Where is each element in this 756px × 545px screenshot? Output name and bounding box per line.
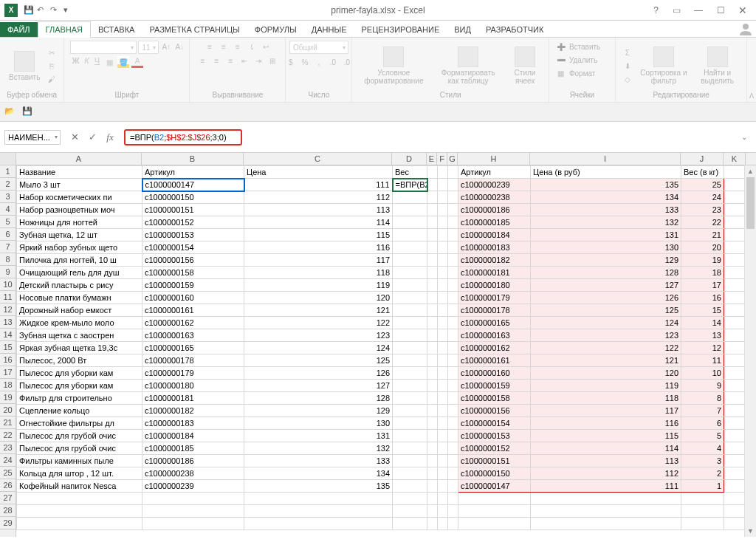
cell-G9[interactable]: [448, 267, 458, 279]
row-header-29[interactable]: 29: [0, 517, 16, 529]
name-box[interactable]: НАИМЕН...: [4, 130, 61, 145]
cell-C14[interactable]: 123: [244, 329, 393, 342]
cell-C6[interactable]: 115: [244, 229, 393, 241]
cell-G28[interactable]: [448, 505, 458, 518]
row-header-25[interactable]: 25: [0, 467, 16, 479]
cell-B2[interactable]: с1000000147: [142, 179, 244, 191]
cell-J10[interactable]: 17: [681, 279, 724, 292]
cell-J24[interactable]: 3: [681, 455, 724, 467]
cell-B8[interactable]: с1000000156: [142, 254, 244, 267]
cell-A27[interactable]: [17, 493, 142, 505]
cell-J25[interactable]: 2: [681, 467, 724, 480]
cell-C10[interactable]: 119: [244, 279, 393, 292]
qat-redo-icon[interactable]: ↷: [50, 5, 61, 16]
fill-icon[interactable]: ⬇: [622, 60, 633, 72]
cell-G4[interactable]: [448, 204, 458, 216]
cell-F6[interactable]: [438, 229, 448, 241]
decrease-indent-icon[interactable]: ⇤: [238, 55, 250, 66]
cell-E15[interactable]: [427, 342, 438, 354]
italic-button[interactable]: К: [83, 56, 90, 68]
tab-developer[interactable]: РАЗРАБОТЧИК: [478, 22, 551, 37]
cell-I10[interactable]: 127: [531, 279, 681, 292]
cell-E13[interactable]: [427, 317, 438, 329]
cell-G26[interactable]: [448, 480, 458, 493]
cell-A17[interactable]: Пылесос для уборки кам: [17, 367, 142, 380]
cell-I3[interactable]: 134: [531, 191, 681, 204]
cell-K22[interactable]: [724, 430, 746, 442]
cell-F27[interactable]: [438, 493, 448, 505]
cell-B17[interactable]: с1000000179: [142, 367, 244, 380]
cell-F7[interactable]: [438, 241, 448, 254]
cell-F18[interactable]: [438, 380, 448, 392]
cell-D15[interactable]: [393, 342, 427, 354]
cell-F16[interactable]: [438, 354, 448, 367]
clear-icon[interactable]: ◇: [622, 73, 633, 85]
cell-E16[interactable]: [427, 354, 438, 367]
cell-I7[interactable]: 130: [531, 241, 681, 254]
cell-F4[interactable]: [438, 204, 448, 216]
cell-D2[interactable]: =ВПР(B2;$: [393, 179, 427, 191]
cell-F5[interactable]: [438, 216, 448, 229]
cell-A14[interactable]: Зубная щетка с заострен: [17, 329, 142, 342]
row-header-3[interactable]: 3: [0, 191, 16, 203]
cell-E27[interactable]: [427, 493, 438, 505]
cell-D27[interactable]: [393, 493, 427, 505]
row-header-2[interactable]: 2: [0, 178, 16, 191]
cell-H27[interactable]: [458, 493, 531, 505]
close-button[interactable]: ✕: [734, 3, 752, 18]
cell-E10[interactable]: [427, 279, 438, 292]
cell-G7[interactable]: [448, 241, 458, 254]
cell-I26[interactable]: 111: [531, 480, 681, 493]
cell-I25[interactable]: 112: [531, 467, 681, 480]
font-name-select[interactable]: [70, 41, 137, 54]
maximize-button[interactable]: ☐: [712, 3, 729, 18]
cell-C15[interactable]: 124: [244, 342, 393, 354]
cell-K6[interactable]: [724, 229, 746, 241]
cell-C2[interactable]: 111: [244, 179, 393, 191]
cell-B11[interactable]: с1000000160: [142, 292, 244, 304]
cell-G3[interactable]: [448, 191, 458, 204]
cell-D24[interactable]: [393, 455, 427, 467]
cell-C1[interactable]: Цена: [244, 166, 393, 179]
cell-J18[interactable]: 9: [681, 380, 724, 392]
cell-C13[interactable]: 122: [244, 317, 393, 329]
cell-K21[interactable]: [724, 417, 746, 430]
cell-F10[interactable]: [438, 279, 448, 292]
cell-K20[interactable]: [724, 405, 746, 417]
column-header-C[interactable]: C: [244, 153, 392, 165]
cell-I20[interactable]: 117: [531, 405, 681, 417]
cell-C4[interactable]: 113: [244, 204, 393, 216]
cell-C12[interactable]: 121: [244, 304, 393, 317]
row-header-5[interactable]: 5: [0, 216, 16, 228]
cell-H19[interactable]: с1000000158: [458, 392, 531, 405]
cell-G11[interactable]: [448, 292, 458, 304]
cell-A15[interactable]: Яркая зубная щетка 19,3с: [17, 342, 142, 354]
cell-H13[interactable]: с1000000165: [458, 317, 531, 329]
help-icon[interactable]: ?: [653, 5, 659, 16]
cell-A3[interactable]: Набор косметических пи: [17, 191, 142, 204]
tab-formulas[interactable]: ФОРМУЛЫ: [247, 22, 304, 37]
cell-G29[interactable]: [448, 518, 458, 530]
cell-D14[interactable]: [393, 329, 427, 342]
column-header-I[interactable]: I: [530, 153, 681, 165]
cell-J21[interactable]: 6: [681, 417, 724, 430]
select-all-corner[interactable]: [0, 153, 16, 165]
cell-C29[interactable]: [244, 518, 393, 530]
cell-J20[interactable]: 7: [681, 405, 724, 417]
cell-D6[interactable]: [393, 229, 427, 241]
cell-I15[interactable]: 122: [531, 342, 681, 354]
cell-C23[interactable]: 132: [244, 442, 393, 455]
cell-H26[interactable]: с1000000147: [458, 480, 531, 493]
font-color-icon[interactable]: A: [131, 56, 143, 68]
cell-G17[interactable]: [448, 367, 458, 380]
cell-H28[interactable]: [458, 505, 531, 518]
cell-A5[interactable]: Ножницы для ногтей: [17, 216, 142, 229]
cell-E28[interactable]: [427, 505, 438, 518]
cell-I6[interactable]: 131: [531, 229, 681, 241]
cell-D28[interactable]: [393, 505, 427, 518]
cell-F17[interactable]: [438, 367, 448, 380]
cell-B6[interactable]: с1000000153: [142, 229, 244, 241]
cell-D16[interactable]: [393, 354, 427, 367]
align-middle-icon[interactable]: ≡: [218, 41, 230, 52]
cell-D26[interactable]: [393, 480, 427, 493]
